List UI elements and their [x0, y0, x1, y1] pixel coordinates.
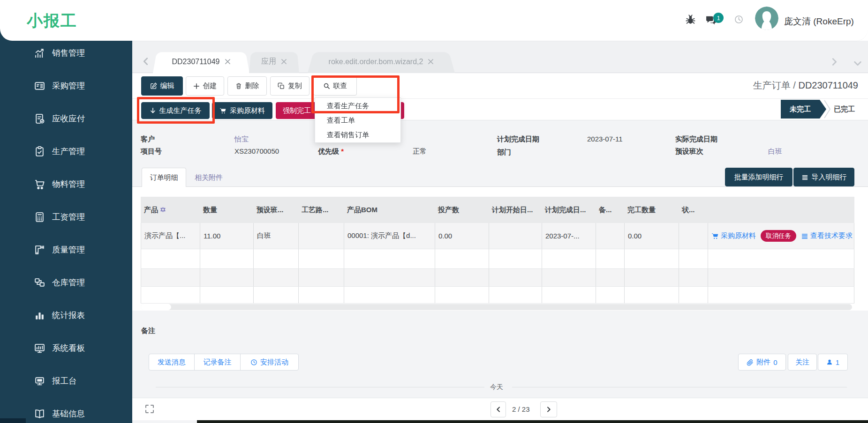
trash-icon: [235, 82, 242, 89]
duplicate-button[interactable]: 复制: [270, 76, 309, 96]
tab-apps[interactable]: 应用: [249, 50, 299, 73]
clock-icon: [250, 359, 257, 366]
sidebar-item-warehouse[interactable]: 仓库管理: [0, 266, 132, 299]
sidebar-item-work-terminal[interactable]: 报工台: [0, 364, 132, 397]
field-value-customer[interactable]: 怡宝: [234, 135, 249, 144]
menu-item-view-sales-orders[interactable]: 查看销售订单: [315, 128, 400, 142]
cart-icon: [219, 107, 226, 114]
dashboard-icon: [34, 342, 45, 354]
batch-add-lines-button[interactable]: 批量添加明细行: [725, 168, 793, 186]
fullscreen-icon[interactable]: [144, 403, 155, 415]
tab-label: DD230711049: [172, 58, 219, 66]
delete-button[interactable]: 删除: [227, 76, 267, 96]
sidebar-item-purchase[interactable]: 采购管理: [0, 69, 132, 102]
app-logo[interactable]: 小报工: [27, 10, 77, 32]
column-header-bom[interactable]: 产品BOM: [344, 197, 435, 223]
cell-row-actions: 采购原材料 取消任务 查看技术要求: [708, 223, 854, 249]
work-terminal-icon: [34, 375, 45, 387]
column-header-product[interactable]: 产品: [141, 197, 200, 223]
app-window: 销售管理 采购管理 应收应付 生产管理 物料管理 工资管理 质量管理 仓库管理: [0, 0, 868, 423]
import-lines-button[interactable]: 导入明细行: [793, 168, 854, 186]
pager-next-button[interactable]: [540, 401, 557, 417]
sidebar-item-payroll[interactable]: 工资管理: [0, 200, 132, 233]
cart-icon: [711, 232, 719, 240]
edit-button[interactable]: 编辑: [141, 76, 183, 96]
column-header-qty[interactable]: 数量: [200, 197, 253, 223]
column-header-shift[interactable]: 预设班...: [253, 197, 298, 223]
send-message-button[interactable]: 发送消息: [149, 354, 195, 371]
field-label-project-no: 项目号: [141, 147, 162, 156]
tab-dd230711049[interactable]: DD230711049: [153, 50, 249, 73]
gear-icon[interactable]: [159, 206, 167, 214]
tab-roke-wizard[interactable]: roke.edit.order.bom.wizard,2: [308, 50, 455, 73]
statusbar-stage-active[interactable]: 未完工: [781, 100, 820, 119]
today-divider-line: [512, 387, 847, 387]
tab-close-icon[interactable]: [281, 59, 287, 65]
log-note-button[interactable]: 记录备注: [194, 354, 241, 371]
user-avatar[interactable]: [755, 7, 778, 30]
tab-close-icon[interactable]: [428, 59, 434, 65]
pager-previous-button[interactable]: [491, 401, 506, 417]
breadcrumb-record: DD230711049: [798, 80, 858, 90]
tabs-scroll-right-icon[interactable]: [829, 57, 839, 67]
sales-chart-icon: [34, 47, 45, 59]
menu-item-view-production-tasks[interactable]: 查看生产任务: [315, 99, 400, 113]
column-header-plan-start[interactable]: 计划开始日...: [489, 197, 542, 223]
schedule-activity-button[interactable]: 安排活动: [240, 354, 299, 371]
tabs-scroll-left-icon[interactable]: [141, 56, 151, 67]
cell-plan-start: [489, 223, 542, 249]
table-row[interactable]: 演示产品【... 11.00 白班 00001: 演示产品【d... 0.00 …: [141, 223, 854, 249]
activity-clock-icon[interactable]: [734, 15, 743, 24]
sidebar-item-sales[interactable]: 销售管理: [0, 37, 132, 69]
import-lines-label: 导入明细行: [812, 173, 847, 182]
column-header-launched-qty[interactable]: 投产数: [435, 197, 489, 223]
tabs-list-dropdown-icon[interactable]: [853, 58, 863, 68]
row-purchase-material-link[interactable]: 采购原材料: [711, 231, 756, 240]
edit-button-label: 编辑: [160, 82, 174, 90]
sidebar-item-dashboard[interactable]: 系统看板: [0, 332, 132, 364]
sidebar-item-production[interactable]: 生产管理: [0, 135, 132, 168]
sidebar-item-label: 应收应付: [52, 113, 85, 124]
horizontal-scrollbar-thumb[interactable]: [141, 304, 171, 310]
required-asterisk: *: [341, 147, 344, 155]
tab-close-icon[interactable]: [225, 59, 231, 65]
sidebar-item-receivable[interactable]: 应收应付: [0, 102, 132, 135]
notebook-tab-attachments[interactable]: 相关附件: [195, 173, 223, 182]
purchase-material-button[interactable]: 采购原材料: [212, 102, 272, 119]
statusbar-stage-next[interactable]: 已完工: [834, 105, 855, 114]
attachment-count: 0: [773, 358, 777, 366]
notebook-tab-order-lines[interactable]: 订单明细: [142, 168, 186, 187]
sidebar-item-material[interactable]: 物料管理: [0, 168, 132, 200]
column-header-remark[interactable]: 备...: [596, 197, 624, 223]
column-header-state[interactable]: 状...: [679, 197, 708, 223]
column-header-route[interactable]: 工艺路...: [298, 197, 344, 223]
generate-production-task-button[interactable]: 生成生产任务: [141, 102, 210, 119]
debug-bug-icon[interactable]: [685, 14, 696, 25]
row-cancel-task-button[interactable]: 取消任务: [761, 230, 796, 242]
sidebar-item-label: 统计报表: [52, 310, 85, 321]
column-header-plan-finish[interactable]: 计划完成日...: [542, 197, 596, 223]
cell-launched-qty: 0.00: [435, 223, 489, 249]
field-value-project-no: XS230700050: [234, 147, 279, 155]
paperclip-icon: [747, 359, 754, 366]
table-row-empty[interactable]: [141, 269, 854, 287]
create-button[interactable]: 创建: [186, 76, 224, 96]
menu-item-view-work-orders[interactable]: 查看工单: [315, 113, 400, 128]
window-tab-strip: DD230711049 应用 roke.edit.order.bom.wizar…: [132, 41, 868, 73]
followers-button[interactable]: 1: [818, 354, 848, 371]
linked-view-button[interactable]: 联查: [313, 76, 357, 96]
chatter-title: 备注: [141, 327, 155, 335]
column-header-actions: [708, 197, 854, 223]
table-row-empty[interactable]: [141, 287, 854, 304]
sidebar-item-reports[interactable]: 统计报表: [0, 299, 132, 332]
attachments-button[interactable]: 附件 0: [738, 354, 786, 371]
row-view-tech-req-link[interactable]: 查看技术要求: [801, 231, 853, 240]
column-header-finished-qty[interactable]: 完工数量: [624, 197, 679, 223]
breadcrumb-section[interactable]: 生产订单: [753, 80, 791, 90]
invoice-doc-icon: [34, 113, 45, 125]
field-value-default-shift[interactable]: 白班: [768, 147, 782, 156]
sidebar-item-quality[interactable]: 质量管理: [0, 233, 132, 266]
force-finish-button[interactable]: 强制完工: [276, 102, 318, 119]
table-row-empty[interactable]: [141, 249, 854, 269]
follow-button[interactable]: 关注: [788, 354, 817, 371]
